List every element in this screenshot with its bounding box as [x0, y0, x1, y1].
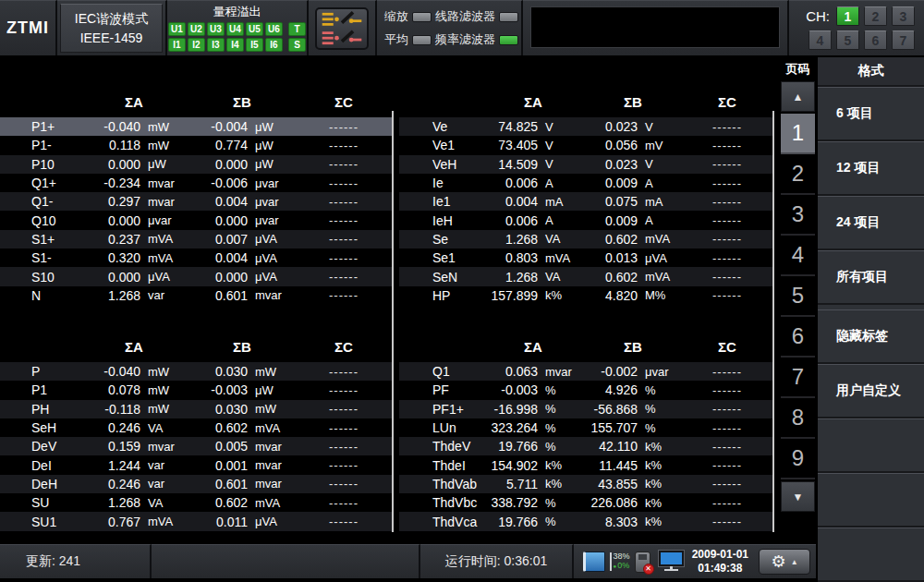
channel-button-2[interactable]: 2	[864, 6, 887, 26]
format-button-1[interactable]: 6 项目	[818, 87, 924, 141]
table-row[interactable]: HP157.899k%4.820M%------	[399, 286, 774, 305]
brand-logo: ZTMI	[0, 0, 57, 55]
table-row[interactable]: N1.268var0.601mvar------	[0, 286, 394, 305]
table-row[interactable]: Ie0.006A0.009A------	[399, 174, 774, 192]
table-row[interactable]: SeH0.246VA0.602mVA------	[0, 418, 394, 437]
table-row[interactable]: Se1.268VA0.602mVA------	[399, 230, 774, 249]
table-row[interactable]: Ie10.004mA0.075mA------	[399, 192, 774, 211]
table-row[interactable]: S100.000μVA0.000μVA------	[0, 267, 394, 285]
table-row[interactable]: SU10.767mVA0.011μVA------	[0, 512, 394, 530]
filter-toggle[interactable]	[499, 12, 518, 22]
storage-icon[interactable]	[583, 552, 605, 572]
table-row[interactable]: Ve173.405V0.056mV------	[399, 136, 774, 154]
network-display-icon[interactable]	[659, 551, 684, 573]
page-button-7[interactable]: 7	[781, 358, 815, 398]
value-sum-c: ------	[680, 232, 774, 246]
table-row[interactable]: P100.000μW0.000μW------	[0, 155, 394, 174]
table-row[interactable]: Q10.063mvar-0.002μvar------	[399, 362, 774, 381]
table-row[interactable]: S1-0.320mVA0.004μVA------	[0, 249, 394, 267]
table-row[interactable]: DeI1.244var0.001mvar------	[0, 455, 394, 474]
page-button-8[interactable]: 8	[781, 398, 815, 439]
table-row[interactable]: Q100.000μvar0.000μvar------	[0, 211, 394, 229]
filter-toggle[interactable]	[499, 35, 518, 45]
table-row[interactable]: P-0.040mW0.030mW------	[0, 362, 394, 381]
page-list: 123456789	[781, 114, 815, 479]
table-row[interactable]: ThdeI154.902k%11.445k%------	[399, 455, 774, 474]
page-button-9[interactable]: 9	[781, 439, 815, 479]
table-row[interactable]: ThdVbc338.792%226.086k%------	[399, 493, 774, 512]
table-row[interactable]: DeH0.246var0.601mvar------	[0, 475, 394, 493]
format-button-6[interactable]: 用户自定义	[818, 364, 924, 418]
range-indicator-s: S	[288, 38, 306, 52]
mode-button[interactable]: IEC谐波模式 IEEE-1459	[60, 4, 163, 53]
table-row[interactable]: DeV0.159mvar0.005mvar------	[0, 437, 394, 455]
format-button-empty-8[interactable]	[818, 473, 924, 527]
table-row[interactable]: LUn323.264%155.707%------	[399, 418, 774, 437]
format-button-4[interactable]: 所有项目	[818, 250, 924, 305]
page-down-button[interactable]	[781, 481, 815, 512]
table-row[interactable]: P10.078mW-0.003μW------	[0, 381, 394, 399]
table-row[interactable]: PH-0.118mW0.030mW------	[0, 400, 394, 418]
wiring-settings-button[interactable]	[315, 7, 369, 50]
table-row[interactable]: PF1+-16.998%-56.868%------	[399, 400, 774, 418]
col-header-sigma-a: ΣA	[78, 94, 190, 110]
page-button-6[interactable]: 6	[781, 317, 815, 358]
format-button-5[interactable]: 隐藏标签	[818, 309, 924, 364]
value-sum-b: 0.602	[586, 232, 638, 247]
table-row[interactable]: VeH14.509V0.023V------	[399, 155, 774, 174]
row-label: ThdVab	[399, 477, 480, 491]
table-row[interactable]: SU1.268VA0.602mVA------	[0, 493, 394, 512]
unit-sum-a: var	[140, 477, 190, 491]
table-row[interactable]: S1+0.237mVA0.007μVA------	[0, 230, 394, 249]
format-button-2[interactable]: 12 项目	[818, 141, 924, 196]
page-button-3[interactable]: 3	[781, 195, 815, 236]
table-row[interactable]: ThdeV19.766%42.110k%------	[399, 437, 774, 455]
row-label: P	[0, 364, 78, 379]
usb-error-icon[interactable]: ✕	[635, 552, 650, 573]
page-button-2[interactable]: 2	[781, 154, 815, 195]
channel-button-5[interactable]: 5	[836, 30, 859, 50]
table-row[interactable]: Q1-0.297mvar0.004μvar------	[0, 192, 394, 211]
table-row[interactable]: P1-0.118mW0.774μW------	[0, 136, 394, 154]
value-sum-b: 0.009	[586, 176, 638, 190]
value-sum-b: -56.868	[586, 402, 638, 417]
range-indicator-i4: I4	[226, 38, 244, 52]
page-button-5[interactable]: 5	[781, 276, 815, 317]
table-row[interactable]: Ve74.825V0.023V------	[399, 117, 774, 136]
page-button-4[interactable]: 4	[781, 236, 815, 276]
unit-sum-b: A	[638, 213, 680, 227]
filter-toggle[interactable]	[412, 35, 432, 45]
table-row[interactable]: SeN1.268VA0.602mVA------	[399, 267, 774, 285]
page-button-1[interactable]: 1	[781, 114, 815, 154]
channel-button-3[interactable]: 3	[892, 6, 915, 26]
logo-text: ZTMI	[6, 18, 49, 38]
format-button-3[interactable]: 24 项目	[818, 196, 924, 250]
value-sum-c: ------	[294, 458, 394, 472]
unit-sum-b: μvar	[248, 213, 294, 227]
table-row[interactable]: ThdVca19.766%8.303k%------	[399, 512, 774, 530]
unit-sum-b: %	[638, 421, 680, 435]
table-row[interactable]: ThdVab5.711k%43.855k%------	[399, 475, 774, 493]
format-button-empty-9[interactable]	[818, 527, 924, 582]
page-up-button[interactable]	[781, 81, 815, 112]
channel-button-7[interactable]: 7	[892, 30, 915, 50]
table-row[interactable]: P1+-0.040mW-0.004μW------	[0, 117, 394, 136]
table-row[interactable]: Se10.803mVA0.013μVA------	[399, 249, 774, 267]
row-label: LUn	[399, 420, 480, 435]
channel-button-4[interactable]: 4	[808, 30, 832, 50]
value-sum-c: ------	[680, 515, 774, 528]
row-label: PF1+	[399, 402, 480, 417]
value-sum-a: -0.003	[480, 382, 538, 397]
filter-toggle[interactable]	[412, 12, 432, 22]
settings-button[interactable]: ⚙ ▲	[759, 549, 810, 575]
table-row[interactable]: PF-0.003%4.926%------	[399, 381, 774, 399]
left-table-scrollbar[interactable]	[392, 111, 394, 532]
unit-sum-b: mVA	[248, 421, 294, 435]
channel-button-1[interactable]: 1	[836, 6, 859, 26]
channel-button-6[interactable]: 6	[864, 30, 887, 50]
right-table-scrollbar[interactable]	[772, 111, 774, 532]
update-count: 更新: 241	[26, 553, 80, 570]
table-row[interactable]: Q1+-0.234mvar-0.006μvar------	[0, 174, 394, 192]
format-button-empty-7[interactable]	[818, 418, 924, 473]
table-row[interactable]: IeH0.006A0.009A------	[399, 211, 774, 229]
